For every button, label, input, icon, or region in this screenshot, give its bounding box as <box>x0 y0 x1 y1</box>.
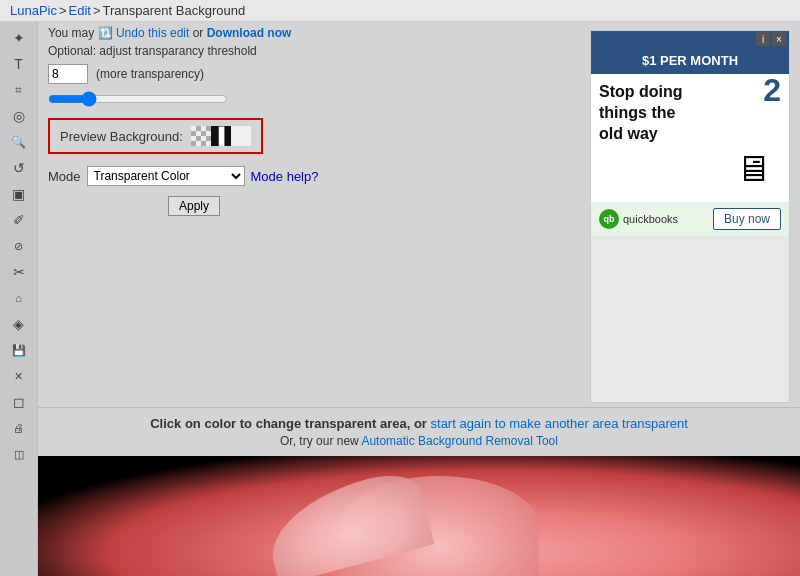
info-row: You may 🔃 Undo this edit or Download now <box>48 26 574 40</box>
threshold-label: (more transparency) <box>96 67 204 81</box>
instruction-main-text: Click on color to change transparent are… <box>150 416 430 431</box>
sidebar-icon-rotate[interactable]: ↺ <box>5 156 33 180</box>
sidebar-icon-select[interactable]: ✦ <box>5 26 33 50</box>
download-link[interactable]: Download now <box>207 26 292 40</box>
buy-now-button[interactable]: Buy now <box>713 208 781 230</box>
mode-row: Mode Transparent Color Transparent Backg… <box>48 166 574 186</box>
apply-row: Apply <box>108 196 574 216</box>
instruction-sub-text: Or, try our new <box>280 434 361 448</box>
ad-info-button[interactable]: i <box>756 32 770 46</box>
sidebar-icon-crop[interactable]: ⌗ <box>5 78 33 102</box>
ad-panel: i × $1 PER MONTH 2 Stop doingthings theo… <box>590 30 790 403</box>
cursor-indicator: ▌ <box>219 127 230 145</box>
main-layout: ✦ T ⌗ ◎ 🔍 ↺ ▣ ✐ ⊘ ✂ ⌂ ◈ 💾 × ◻ 🖨 ◫ You ma… <box>0 22 800 576</box>
sidebar-icon-rect[interactable]: ▣ <box>5 182 33 206</box>
apply-button[interactable]: Apply <box>168 196 220 216</box>
image-preview <box>38 456 800 576</box>
optional-text: Optional: adjust transparancy threshold <box>48 44 574 58</box>
instruction-area: Click on color to change transparent are… <box>38 407 800 456</box>
instruction-sub-row: Or, try our new Automatic Background Rem… <box>48 434 790 448</box>
swatch-black[interactable]: ▌ <box>211 126 231 146</box>
start-again-link[interactable]: start again to make another area transpa… <box>431 416 688 431</box>
sidebar-icon-eraser[interactable]: ⊘ <box>5 234 33 258</box>
color-swatches: ▌ <box>191 126 251 146</box>
mode-help-link[interactable]: Mode help? <box>251 169 319 184</box>
ad-corner: i × <box>591 31 789 47</box>
breadcrumb-edit[interactable]: Edit <box>69 3 91 18</box>
ad-header: $1 PER MONTH <box>591 47 789 74</box>
breadcrumb-lunapic[interactable]: LunaPic <box>10 3 57 18</box>
sidebar-icon-circle[interactable]: ◎ <box>5 104 33 128</box>
or-text: or <box>193 26 207 40</box>
undo-link[interactable]: Undo this edit <box>116 26 189 40</box>
threshold-row: (more transparency) <box>48 64 574 84</box>
sidebar: ✦ T ⌗ ◎ 🔍 ↺ ▣ ✐ ⊘ ✂ ⌂ ◈ 💾 × ◻ 🖨 ◫ <box>0 22 38 576</box>
ad-body: 2 Stop doingthings theold way 🖥 <box>591 74 789 202</box>
you-may-text: You may <box>48 26 94 40</box>
sidebar-icon-clone[interactable]: ⌂ <box>5 286 33 310</box>
sidebar-icon-text[interactable]: T <box>5 52 33 76</box>
instruction-main-row: Click on color to change transparent are… <box>48 416 790 431</box>
sidebar-icon-cut[interactable]: ✂ <box>5 260 33 284</box>
ad-tagline: Stop doingthings theold way <box>599 82 781 144</box>
mode-label: Mode <box>48 169 81 184</box>
breadcrumb-page: Transparent Background <box>103 3 246 18</box>
qb-icon: qb <box>599 209 619 229</box>
main-content: You may 🔃 Undo this edit or Download now… <box>38 22 800 407</box>
ad-close-button[interactable]: × <box>772 32 786 46</box>
sidebar-icon-save[interactable]: 💾 <box>5 338 33 362</box>
content-area: You may 🔃 Undo this edit or Download now… <box>38 22 800 576</box>
top-bar: LunaPic > Edit > Transparent Background <box>0 0 800 22</box>
ad-logo: qb quickbooks <box>599 209 678 229</box>
sidebar-icon-print[interactable]: 🖨 <box>5 416 33 440</box>
swatch-white[interactable] <box>231 126 251 146</box>
auto-bg-removal-link[interactable]: Automatic Background Removal Tool <box>361 434 558 448</box>
sidebar-icon-copy[interactable]: ◻ <box>5 390 33 414</box>
breadcrumb-sep1: > <box>59 3 67 18</box>
threshold-slider[interactable] <box>48 92 228 106</box>
swatch-checker[interactable] <box>191 126 211 146</box>
preview-bg-label: Preview Background: <box>60 129 183 144</box>
slider-container <box>48 92 574 106</box>
ad-logo-text: quickbooks <box>623 213 678 225</box>
sidebar-icon-fill[interactable]: ◫ <box>5 442 33 466</box>
breadcrumb-sep2: > <box>93 3 101 18</box>
undo-icon: 🔃 <box>98 26 116 40</box>
sidebar-icon-close[interactable]: × <box>5 364 33 388</box>
rose-simulation <box>38 456 800 576</box>
ad-footer: qb quickbooks Buy now <box>591 202 789 236</box>
computer-icon: 🖥 <box>735 148 771 190</box>
sidebar-icon-pencil[interactable]: ✐ <box>5 208 33 232</box>
mode-select[interactable]: Transparent Color Transparent Background… <box>87 166 245 186</box>
sidebar-icon-layer[interactable]: ◈ <box>5 312 33 336</box>
preview-bg-box: Preview Background: ▌ <box>48 118 263 154</box>
left-panel: You may 🔃 Undo this edit or Download now… <box>48 26 574 403</box>
ad-illustration: 🖥 <box>599 144 781 194</box>
ad-number: 2 <box>763 72 781 109</box>
sidebar-icon-zoom[interactable]: 🔍 <box>5 130 33 154</box>
threshold-input[interactable] <box>48 64 88 84</box>
